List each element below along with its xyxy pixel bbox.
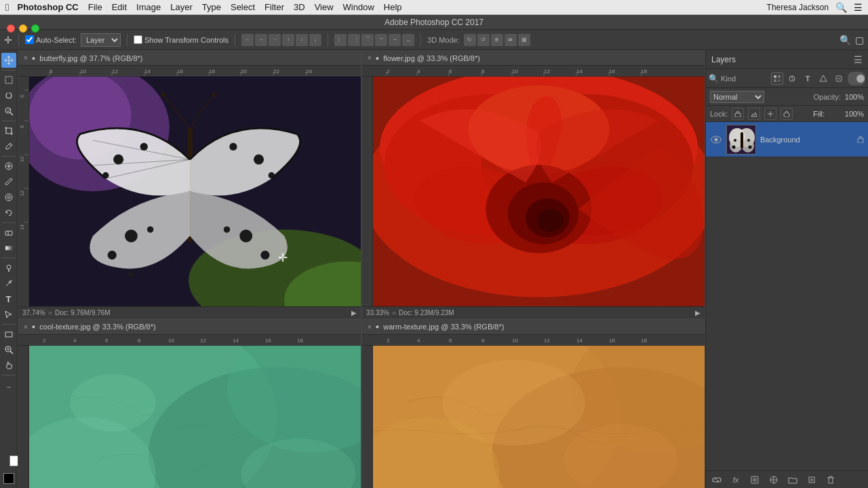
more-tools[interactable]: ... — [1, 378, 16, 392]
transform-controls-checkbox[interactable] — [134, 35, 142, 44]
3d-roll[interactable]: ↺ — [477, 34, 490, 46]
blend-mode-select[interactable]: Normal Multiply Screen Overlay — [710, 91, 764, 103]
menu-filter[interactable]: Filter — [264, 2, 284, 12]
zoom-tool[interactable] — [1, 342, 16, 357]
move-tool[interactable] — [1, 53, 16, 68]
warm-tab[interactable]: × ● warm-texture.jpg @ 33.3% (RGB/8*) — [362, 320, 705, 335]
svg-point-14 — [9, 282, 10, 283]
lock-transparent-btn[interactable] — [732, 108, 744, 120]
search-bar-icon[interactable]: 🔍 — [840, 35, 851, 45]
marquee-tool[interactable] — [1, 73, 16, 87]
eyedropper-tool[interactable] — [1, 139, 16, 154]
align-right-edges[interactable]: ↓ — [309, 34, 321, 46]
dist-top[interactable]: ⎸ — [334, 34, 347, 46]
type-tool[interactable]: T — [1, 291, 16, 306]
link-layers-btn[interactable] — [710, 473, 724, 487]
brush-tool[interactable] — [1, 174, 16, 189]
flower-canvas[interactable] — [373, 77, 705, 306]
align-top-edges[interactable]: ← — [241, 34, 254, 46]
shape-tool[interactable] — [1, 327, 16, 342]
cool-close[interactable]: × — [24, 323, 28, 331]
menu-help[interactable]: Help — [384, 2, 402, 12]
delete-layer-btn[interactable] — [824, 473, 837, 487]
new-layer-btn[interactable] — [805, 473, 818, 487]
3d-scale[interactable]: ▦ — [518, 34, 530, 46]
flower-arrow[interactable]: ▶ — [695, 309, 701, 317]
dodge-tool[interactable] — [1, 260, 16, 275]
cool-canvas[interactable] — [29, 346, 361, 488]
pen-tool[interactable] — [1, 276, 16, 291]
search-icon[interactable]: 🔍 — [835, 2, 847, 13]
butterfly-statusbar: 37.74% ○ Doc: 9.76M/9.76M ▶ — [18, 306, 361, 319]
auto-select-input[interactable] — [25, 35, 34, 44]
healing-brush-tool[interactable] — [1, 159, 16, 174]
align-left-edges[interactable]: ↑ — [282, 34, 294, 46]
maximize-button[interactable] — [31, 24, 39, 33]
align-vertical-center[interactable]: ↔ — [255, 34, 267, 46]
butterfly-arrow[interactable]: ▶ — [351, 309, 357, 317]
align-horizontal-center[interactable]: ↕ — [296, 34, 308, 46]
add-mask-btn[interactable] — [748, 473, 762, 487]
menu-image[interactable]: Image — [136, 2, 161, 12]
align-bottom-edges[interactable]: → — [269, 34, 281, 46]
smart-filter-btn[interactable] — [832, 72, 846, 85]
lock-position-btn[interactable] — [764, 108, 776, 120]
flower-close[interactable]: × — [368, 54, 372, 62]
dist-horiz[interactable]: ⎼ — [389, 34, 401, 46]
history-brush-tool[interactable] — [1, 205, 16, 220]
menu-file[interactable]: File — [88, 2, 102, 12]
crop-tool[interactable] — [1, 123, 16, 138]
dist-vert[interactable]: ⎹ — [348, 34, 360, 46]
dist-right[interactable]: ⎽ — [402, 34, 414, 46]
3d-pan[interactable]: ⊕ — [491, 34, 503, 46]
workspace-icon[interactable]: ▢ — [855, 35, 864, 45]
dist-left[interactable]: ⎻ — [375, 34, 387, 46]
pixel-filter-btn[interactable] — [771, 73, 783, 85]
minimize-button[interactable] — [19, 24, 27, 33]
3d-slide[interactable]: ⇄ — [505, 34, 517, 46]
lock-all-btn[interactable] — [781, 108, 793, 120]
layers-panel-menu[interactable]: ☰ — [854, 54, 863, 65]
butterfly-close[interactable]: × — [24, 54, 28, 62]
close-button[interactable] — [7, 24, 15, 33]
new-group-btn[interactable] — [786, 473, 800, 487]
warm-canvas[interactable] — [373, 346, 705, 488]
quick-select-tool[interactable] — [1, 104, 16, 119]
menu-select[interactable]: Select — [231, 2, 255, 12]
menu-layer[interactable]: Layer — [170, 2, 193, 12]
layer-visibility-eye[interactable] — [710, 134, 722, 146]
transform-controls-label[interactable]: Show Transform Controls — [134, 35, 229, 44]
warm-close[interactable]: × — [368, 323, 372, 331]
auto-select-checkbox[interactable]: Auto-Select: — [25, 35, 77, 44]
add-fx-btn[interactable]: fx — [729, 473, 743, 487]
butterfly-tab[interactable]: × ● butterfly.jpg @ 37.7% (RGB/8*) — [18, 51, 361, 66]
3d-rotate[interactable]: ↻ — [464, 34, 476, 46]
cool-tab[interactable]: × ● cool-texture.jpg @ 33.3% (RGB/8*) — [18, 320, 361, 335]
menu-3d[interactable]: 3D — [294, 2, 305, 12]
menu-view[interactable]: View — [315, 2, 334, 12]
eraser-tool[interactable] — [1, 225, 16, 240]
new-fill-adj-btn[interactable] — [767, 473, 781, 487]
gradient-tool[interactable] — [1, 241, 16, 256]
layer-background[interactable]: Background — [706, 122, 868, 157]
menu-window[interactable]: Window — [343, 2, 374, 12]
filter-toggle[interactable] — [848, 72, 865, 85]
lasso-tool[interactable] — [1, 88, 16, 103]
butterfly-canvas[interactable]: ✛ — [29, 77, 361, 306]
menu-type[interactable]: Type — [202, 2, 221, 12]
clone-stamp-tool[interactable] — [1, 190, 16, 205]
adjustment-filter-btn[interactable] — [785, 72, 799, 85]
foreground-color[interactable] — [3, 473, 14, 484]
type-filter-btn[interactable]: T — [801, 72, 814, 85]
hand-tool[interactable] — [1, 358, 16, 373]
auto-select-type[interactable]: Layer Group — [81, 33, 121, 47]
lock-image-btn[interactable] — [748, 108, 760, 120]
options-icon[interactable]: ☰ — [854, 2, 863, 13]
flower-tab[interactable]: × ● flower.jpg @ 33.3% (RGB/8*) — [362, 51, 705, 66]
cool-texture-document: × ● cool-texture.jpg @ 33.3% (RGB/8*) 2 … — [18, 319, 361, 488]
path-select-tool[interactable] — [1, 307, 16, 322]
apple-menu[interactable]:  — [5, 1, 9, 13]
dist-bottom[interactable]: ⎺ — [361, 34, 374, 46]
shape-filter-btn[interactable] — [816, 72, 830, 85]
menu-edit[interactable]: Edit — [112, 2, 127, 12]
